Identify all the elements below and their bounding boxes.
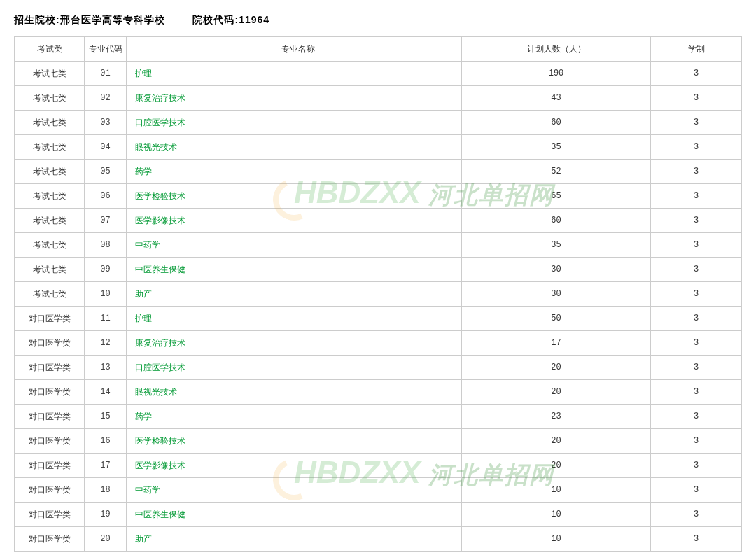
- cell-dur: 3: [651, 209, 742, 233]
- cell-plan: 43: [462, 86, 651, 111]
- cell-dur: 3: [651, 405, 742, 429]
- cell-dur: 3: [651, 62, 742, 86]
- cell-plan: 20: [462, 356, 651, 380]
- cell-code: 15: [85, 405, 127, 429]
- major-link[interactable]: 康复治疗技术: [135, 93, 186, 103]
- th-name: 专业名称: [127, 37, 462, 62]
- table-row: 对口医学类12康复治疗技术173: [15, 331, 742, 356]
- table-row: 对口医学类20助产103: [15, 527, 742, 552]
- cell-plan: 20: [462, 429, 651, 454]
- enrollment-table: 考试类 专业代码 专业名称 计划人数（人） 学制 考试七类01护理1903考试七…: [14, 36, 742, 552]
- cell-type: 对口医学类: [15, 380, 85, 405]
- cell-plan: 50: [462, 307, 651, 331]
- cell-name[interactable]: 眼视光技术: [127, 135, 462, 160]
- major-link[interactable]: 药学: [135, 167, 152, 176]
- cell-name[interactable]: 医学影像技术: [127, 454, 462, 478]
- cell-type: 考试七类: [15, 111, 85, 135]
- major-link[interactable]: 康复治疗技术: [135, 338, 186, 348]
- major-link[interactable]: 中医养生保健: [135, 265, 186, 274]
- cell-dur: 3: [651, 282, 742, 307]
- cell-plan: 35: [462, 233, 651, 258]
- cell-type: 考试七类: [15, 160, 85, 184]
- major-link[interactable]: 医学检验技术: [135, 191, 186, 201]
- table-row: 对口医学类14眼视光技术203: [15, 380, 742, 405]
- major-link[interactable]: 护理: [135, 314, 152, 323]
- cell-code: 11: [85, 307, 127, 331]
- cell-code: 18: [85, 478, 127, 503]
- major-link[interactable]: 药学: [135, 412, 152, 421]
- cell-dur: 3: [651, 135, 742, 160]
- table-row: 考试七类01护理1903: [15, 62, 742, 86]
- cell-dur: 3: [651, 429, 742, 454]
- major-link[interactable]: 医学影像技术: [135, 461, 186, 470]
- major-link[interactable]: 中药学: [135, 240, 160, 250]
- cell-type: 考试七类: [15, 258, 85, 282]
- cell-name[interactable]: 中医养生保健: [127, 258, 462, 282]
- cell-name[interactable]: 眼视光技术: [127, 380, 462, 405]
- table-row: 考试七类06医学检验技术653: [15, 184, 742, 209]
- cell-code: 12: [85, 331, 127, 356]
- cell-type: 对口医学类: [15, 478, 85, 503]
- cell-type: 对口医学类: [15, 503, 85, 527]
- cell-code: 01: [85, 62, 127, 86]
- major-link[interactable]: 口腔医学技术: [135, 363, 186, 372]
- major-link[interactable]: 医学影像技术: [135, 216, 186, 225]
- major-link[interactable]: 助产: [135, 534, 152, 544]
- cell-type: 考试七类: [15, 209, 85, 233]
- cell-name[interactable]: 护理: [127, 307, 462, 331]
- cell-code: 16: [85, 429, 127, 454]
- cell-plan: 20: [462, 380, 651, 405]
- cell-name[interactable]: 护理: [127, 62, 462, 86]
- cell-name[interactable]: 医学影像技术: [127, 209, 462, 233]
- cell-plan: 60: [462, 209, 651, 233]
- cell-plan: 190: [462, 62, 651, 86]
- cell-name[interactable]: 药学: [127, 160, 462, 184]
- cell-dur: 3: [651, 380, 742, 405]
- table-row: 考试七类04眼视光技术353: [15, 135, 742, 160]
- cell-plan: 23: [462, 405, 651, 429]
- cell-code: 20: [85, 527, 127, 552]
- cell-code: 08: [85, 233, 127, 258]
- cell-name[interactable]: 康复治疗技术: [127, 86, 462, 111]
- cell-name[interactable]: 药学: [127, 405, 462, 429]
- cell-name[interactable]: 中药学: [127, 478, 462, 503]
- cell-code: 13: [85, 356, 127, 380]
- major-link[interactable]: 眼视光技术: [135, 387, 177, 397]
- major-link[interactable]: 眼视光技术: [135, 142, 177, 152]
- cell-type: 对口医学类: [15, 356, 85, 380]
- major-link[interactable]: 医学检验技术: [135, 436, 186, 446]
- cell-code: 09: [85, 258, 127, 282]
- cell-plan: 10: [462, 503, 651, 527]
- cell-code: 19: [85, 503, 127, 527]
- cell-code: 10: [85, 282, 127, 307]
- major-link[interactable]: 中药学: [135, 485, 160, 495]
- cell-name[interactable]: 中医养生保健: [127, 503, 462, 527]
- table-header-row: 考试类 专业代码 专业名称 计划人数（人） 学制: [15, 37, 742, 62]
- cell-name[interactable]: 中药学: [127, 233, 462, 258]
- cell-name[interactable]: 康复治疗技术: [127, 331, 462, 356]
- cell-code: 17: [85, 454, 127, 478]
- cell-dur: 3: [651, 503, 742, 527]
- cell-name[interactable]: 口腔医学技术: [127, 111, 462, 135]
- major-link[interactable]: 护理: [135, 69, 152, 78]
- cell-type: 对口医学类: [15, 307, 85, 331]
- cell-type: 对口医学类: [15, 527, 85, 552]
- cell-name[interactable]: 医学检验技术: [127, 429, 462, 454]
- cell-type: 考试七类: [15, 62, 85, 86]
- cell-name[interactable]: 助产: [127, 527, 462, 552]
- cell-plan: 35: [462, 135, 651, 160]
- major-link[interactable]: 口腔医学技术: [135, 118, 186, 127]
- code-value: 11964: [239, 14, 270, 25]
- cell-name[interactable]: 医学检验技术: [127, 184, 462, 209]
- cell-dur: 3: [651, 258, 742, 282]
- major-link[interactable]: 助产: [135, 289, 152, 299]
- major-link[interactable]: 中医养生保健: [135, 510, 186, 519]
- cell-code: 06: [85, 184, 127, 209]
- cell-dur: 3: [651, 184, 742, 209]
- cell-dur: 3: [651, 331, 742, 356]
- cell-name[interactable]: 口腔医学技术: [127, 356, 462, 380]
- cell-code: 03: [85, 111, 127, 135]
- table-row: 对口医学类18中药学103: [15, 478, 742, 503]
- cell-name[interactable]: 助产: [127, 282, 462, 307]
- cell-dur: 3: [651, 160, 742, 184]
